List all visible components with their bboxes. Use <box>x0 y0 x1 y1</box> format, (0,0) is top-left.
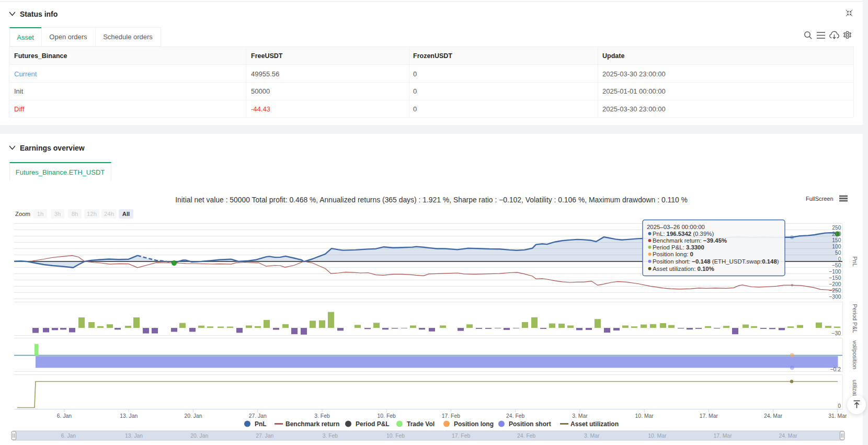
svg-text:20. Jan: 20. Jan <box>190 433 208 439</box>
svg-text:3. Feb: 3. Feb <box>323 433 338 439</box>
svg-text:−30: −30 <box>831 330 841 336</box>
svg-text:Asset utilization: 0.10%: Asset utilization: 0.10% <box>653 266 714 272</box>
svg-text:31. Mar: 31. Mar <box>828 413 847 419</box>
svg-text:Period P&L: Period P&L <box>356 420 390 428</box>
svg-text:100: 100 <box>832 244 841 249</box>
svg-text:Period P&L: 3.3300: Period P&L: 3.3300 <box>653 244 704 250</box>
svg-text:Position short: Position short <box>509 420 551 428</box>
svg-text:17. Feb: 17. Feb <box>452 433 470 439</box>
svg-text:Position long: Position long <box>454 420 494 428</box>
svg-text:250: 250 <box>832 225 841 231</box>
svg-text:−300: −300 <box>829 294 841 300</box>
svg-text:17. Mar: 17. Mar <box>700 413 718 419</box>
svg-text:10. Feb: 10. Feb <box>378 413 396 419</box>
svg-text:13. Jan: 13. Jan <box>125 433 143 439</box>
svg-text:−100: −100 <box>829 269 841 275</box>
svg-text:27. Jan: 27. Jan <box>249 413 267 419</box>
svg-text:−250: −250 <box>829 288 841 293</box>
svg-text:17. Feb: 17. Feb <box>442 413 460 419</box>
svg-text:27. Jan: 27. Jan <box>256 433 273 439</box>
svg-text:Period P&L: Period P&L <box>852 304 858 333</box>
svg-text:200: 200 <box>832 231 841 237</box>
svg-text:Benchmark return: −39.45%: Benchmark return: −39.45% <box>653 237 727 244</box>
svg-text:24. Mar: 24. Mar <box>779 433 797 439</box>
svg-text:6. Jan: 6. Jan <box>57 413 72 419</box>
svg-text:Trade Vol: Trade Vol <box>407 420 435 428</box>
svg-text:24. Feb: 24. Feb <box>517 433 535 439</box>
svg-text:−0.2: −0.2 <box>830 367 841 372</box>
svg-text:PnL: 196.5342 (0.39%): PnL: 196.5342 (0.39%) <box>653 231 714 237</box>
svg-text:6. Jan: 6. Jan <box>61 433 76 439</box>
svg-text:−150: −150 <box>829 275 841 281</box>
svg-text:Position long: 0: Position long: 0 <box>653 251 693 257</box>
svg-text:150: 150 <box>832 237 841 243</box>
svg-text:vol/position: vol/position <box>852 340 858 369</box>
svg-text:0: 0 <box>838 256 841 262</box>
svg-text:3. Feb: 3. Feb <box>314 413 330 419</box>
svg-text:Benchmark return: Benchmark return <box>285 420 339 428</box>
svg-text:3. Mar: 3. Mar <box>584 433 600 439</box>
svg-text:−50: −50 <box>832 263 841 268</box>
svg-text:Position short: −0.148 (ETH_US: Position short: −0.148 (ETH_USDT.swap:0.… <box>653 258 779 265</box>
svg-text:24. Mar: 24. Mar <box>764 413 783 419</box>
svg-text:3. Mar: 3. Mar <box>572 413 588 419</box>
svg-text:2025‒03‒26 00:00:00: 2025‒03‒26 00:00:00 <box>647 224 705 230</box>
svg-text:10. Mar: 10. Mar <box>635 413 654 419</box>
svg-text:10. Mar: 10. Mar <box>648 433 667 439</box>
svg-text:50: 50 <box>835 250 841 256</box>
svg-text:24. Feb: 24. Feb <box>506 413 524 419</box>
svg-text:Asset utilization: Asset utilization <box>570 420 619 428</box>
svg-text:13. Jan: 13. Jan <box>120 413 138 419</box>
svg-text:10. Feb: 10. Feb <box>386 433 405 439</box>
svg-text:PnL: PnL <box>852 256 858 267</box>
svg-text:17. Mar: 17. Mar <box>713 433 732 439</box>
svg-text:0: 0 <box>838 403 841 409</box>
svg-text:PnL: PnL <box>255 420 267 428</box>
svg-text:−200: −200 <box>829 281 841 287</box>
svg-text:20. Jan: 20. Jan <box>184 413 202 419</box>
